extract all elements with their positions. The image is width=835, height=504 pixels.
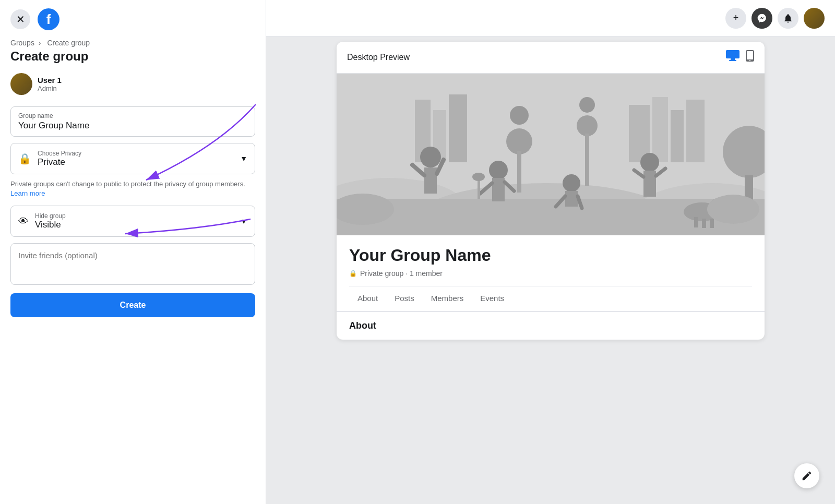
- svg-point-22: [506, 128, 532, 154]
- group-meta: 🔒 Private group · 1 member: [349, 269, 752, 278]
- svg-point-28: [420, 147, 441, 167]
- messenger-button[interactable]: [752, 8, 772, 29]
- breadcrumb: Groups › Create group: [10, 39, 255, 47]
- svg-point-50: [707, 195, 759, 224]
- svg-rect-6: [747, 51, 753, 59]
- user-avatar-top[interactable]: [804, 8, 825, 29]
- svg-rect-4: [729, 60, 736, 61]
- svg-rect-3: [731, 58, 735, 60]
- svg-rect-46: [694, 217, 698, 227]
- privacy-label: Choose Privacy: [38, 150, 234, 157]
- about-title: About: [349, 320, 752, 331]
- notifications-button[interactable]: [778, 8, 798, 29]
- page-title: Create group: [10, 49, 255, 64]
- svg-point-25: [577, 115, 598, 136]
- svg-rect-37: [565, 191, 578, 207]
- svg-rect-11: [449, 94, 467, 162]
- svg-rect-51: [478, 178, 480, 199]
- invite-friends-input[interactable]: [18, 251, 247, 260]
- hero-image: [337, 74, 765, 235]
- chevron-down-icon: ▼: [240, 217, 247, 225]
- group-name-field[interactable]: Group name: [10, 106, 255, 137]
- create-button[interactable]: Create: [10, 293, 255, 317]
- svg-rect-15: [686, 100, 705, 162]
- eye-icon: 👁: [18, 215, 29, 227]
- svg-rect-41: [643, 171, 656, 197]
- left-panel: ✕ f Groups › Create group Create group U…: [0, 0, 266, 504]
- svg-rect-48: [710, 219, 714, 228]
- mobile-icon[interactable]: [746, 50, 754, 65]
- tab-posts[interactable]: Posts: [386, 286, 423, 311]
- breadcrumb-current: Create group: [47, 39, 90, 47]
- svg-rect-13: [652, 97, 668, 162]
- top-bar: +: [266, 0, 835, 37]
- group-name-display: Your Group Name: [349, 246, 752, 265]
- invite-friends-field[interactable]: [10, 243, 255, 285]
- preview-card: Desktop Preview: [337, 42, 765, 340]
- group-info-section: Your Group Name 🔒 Private group · 1 memb…: [337, 235, 765, 278]
- tab-events[interactable]: Events: [472, 286, 512, 311]
- svg-rect-24: [517, 151, 521, 193]
- user-info: User 1 Admin: [10, 73, 255, 95]
- user-role: Admin: [38, 85, 62, 92]
- panel-header: ✕ f: [10, 8, 255, 30]
- tab-about[interactable]: About: [349, 286, 386, 311]
- svg-rect-14: [671, 110, 684, 162]
- desktop-icon[interactable]: [726, 50, 739, 65]
- add-button[interactable]: +: [725, 8, 746, 29]
- privacy-value: Private: [38, 157, 234, 167]
- tab-members[interactable]: Members: [423, 286, 472, 311]
- breadcrumb-separator: ›: [39, 39, 41, 47]
- svg-point-23: [510, 106, 529, 125]
- avatar: [10, 73, 32, 95]
- hide-group-value: Visible: [35, 220, 234, 230]
- svg-point-7: [749, 60, 750, 61]
- svg-point-32: [489, 161, 508, 179]
- hide-group-dropdown[interactable]: 👁 Hide group Visible ▼: [10, 206, 255, 237]
- svg-rect-33: [492, 178, 505, 201]
- svg-point-26: [579, 97, 595, 113]
- lock-icon: 🔒: [18, 152, 31, 165]
- privacy-dropdown[interactable]: 🔒 Choose Privacy Private ▼: [10, 143, 255, 174]
- hide-group-content: Hide group Visible: [35, 212, 234, 230]
- svg-point-52: [472, 173, 485, 181]
- edit-fab-button[interactable]: [794, 463, 819, 488]
- group-name-label: Group name: [18, 112, 247, 119]
- preview-header: Desktop Preview: [337, 42, 765, 74]
- privacy-note: Private groups can't change to public to…: [10, 179, 255, 198]
- svg-rect-2: [726, 50, 739, 58]
- lock-icon-small: 🔒: [349, 270, 357, 277]
- privacy-content: Choose Privacy Private: [38, 150, 234, 167]
- preview-title: Desktop Preview: [347, 53, 410, 62]
- svg-rect-47: [702, 219, 706, 228]
- preview-icons: [726, 50, 754, 65]
- user-details: User 1 Admin: [38, 76, 62, 92]
- svg-rect-29: [424, 167, 437, 194]
- user-name: User 1: [38, 76, 62, 85]
- group-name-input[interactable]: [18, 121, 247, 131]
- group-meta-text: Private group · 1 member: [360, 269, 443, 278]
- hide-group-label: Hide group: [35, 212, 234, 220]
- svg-point-36: [563, 174, 580, 192]
- svg-rect-27: [585, 134, 589, 186]
- close-button[interactable]: ✕: [10, 9, 30, 29]
- facebook-logo: f: [38, 8, 59, 30]
- about-section: About: [337, 311, 765, 340]
- breadcrumb-groups-link[interactable]: Groups: [10, 39, 34, 47]
- learn-more-link[interactable]: Learn more: [10, 189, 45, 197]
- svg-point-40: [640, 153, 659, 172]
- right-panel: + Desktop Preview: [266, 0, 835, 504]
- chevron-down-icon: ▼: [240, 154, 247, 163]
- nav-tabs: About Posts Members Events: [337, 286, 765, 311]
